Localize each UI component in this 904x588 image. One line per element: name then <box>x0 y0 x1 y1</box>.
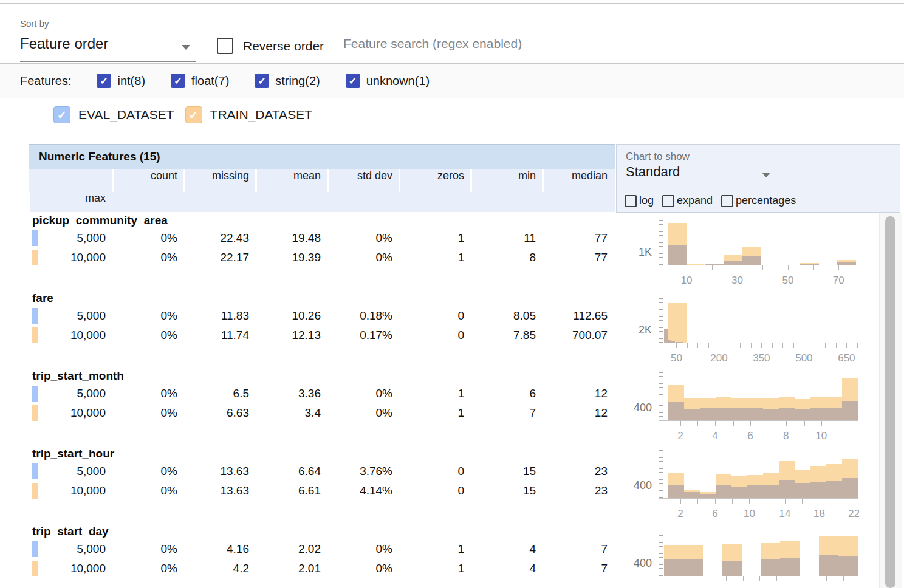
x-axis-tick-label: 2 <box>665 430 696 442</box>
x-axis-tick <box>687 265 687 270</box>
stat-cell-mean: 13.63 <box>183 462 255 481</box>
feature-type-filters: ✓int(8)✓float(7)✓string(2)✓unknown(1) <box>71 74 430 88</box>
eval-histogram-bar <box>671 341 676 343</box>
x-axis-tick <box>697 343 698 348</box>
feature-block-trip_start_hour: trip_start_hour5,0000%13.636.643.76%0152… <box>29 446 615 524</box>
stat-cell-mean: 13.63 <box>183 481 255 501</box>
dataset-legend-item[interactable]: ✓EVAL_DATASET <box>53 106 174 123</box>
stat-cell-min: 0 <box>399 306 470 326</box>
x-axis-tick <box>843 576 844 581</box>
column-header-mean: mean <box>255 169 327 192</box>
x-axis-tick <box>786 421 787 426</box>
train-histogram-bar <box>687 264 704 265</box>
feature-type-filter-item[interactable]: ✓unknown(1) <box>346 74 430 88</box>
stat-cell-max: 112.65 <box>542 306 614 326</box>
stat-cell-count: 5,000 <box>29 462 112 481</box>
chart-option-checkbox[interactable] <box>662 195 674 207</box>
feature-type-filter-item[interactable]: ✓int(8) <box>97 74 145 88</box>
x-axis-tick <box>846 343 847 348</box>
x-axis-tick <box>687 343 688 348</box>
feature-type-filter-item[interactable]: ✓float(7) <box>171 74 229 88</box>
reverse-order-checkbox[interactable] <box>217 38 233 54</box>
dataset-legend: ✓EVAL_DATASET✓TRAIN_DATASET <box>53 98 323 132</box>
feature-type-checkbox[interactable]: ✓ <box>97 74 111 88</box>
x-axis-tick <box>857 343 858 348</box>
stat-cell-min: 1 <box>399 384 470 403</box>
eval-histogram-bar <box>684 492 700 498</box>
chart-type-dropdown[interactable]: Standard <box>626 164 770 185</box>
y-axis-label: 2K <box>615 324 652 337</box>
feature-block-fare: fare5,0000%11.8310.260.18%08.05112.6510,… <box>29 290 615 368</box>
feature-search-input[interactable] <box>343 34 635 56</box>
stat-cell-median: 4 <box>470 539 542 559</box>
sort-order-dropdown[interactable]: Feature order <box>20 35 196 60</box>
dataset-checkbox[interactable]: ✓ <box>53 106 70 123</box>
stat-cell-zeros: 0% <box>327 539 399 559</box>
chart-option-expand[interactable]: expand <box>662 194 713 207</box>
x-axis-tick <box>750 421 751 426</box>
x-axis-tick <box>738 265 738 270</box>
stat-cell-std dev: 19.39 <box>255 248 327 267</box>
feature-type-checkbox[interactable]: ✓ <box>255 74 269 88</box>
eval-histogram-bar <box>838 556 858 576</box>
chart-option-checkbox[interactable] <box>625 195 637 207</box>
eval-histogram-bar <box>700 408 716 420</box>
stat-cell-missing: 0% <box>112 326 183 345</box>
dataset-checkbox[interactable]: ✓ <box>185 106 202 123</box>
feature-type-label: unknown(1) <box>366 74 430 88</box>
chart-controls-panel: Chart to show Standard logexpandpercenta… <box>616 144 900 213</box>
x-axis-tick <box>732 499 733 504</box>
eval-histogram-bar <box>716 485 731 498</box>
x-axis-tick <box>697 499 698 504</box>
histogram-plot <box>659 217 858 265</box>
x-axis-tick <box>810 576 810 581</box>
dataset-label: TRAIN_DATASET <box>210 108 312 122</box>
column-header-label: min <box>518 169 536 182</box>
feature-type-filter-item[interactable]: ✓string(2) <box>255 74 320 88</box>
stat-row-eval: 5,0000%11.8310.260.18%08.05112.65 <box>29 306 615 326</box>
eval-histogram-bar <box>780 558 800 576</box>
stat-cell-zeros: 0% <box>327 228 399 248</box>
x-axis-tick <box>813 265 814 270</box>
chart-option-log[interactable]: log <box>625 194 654 207</box>
x-axis-tick <box>767 499 767 504</box>
x-axis-tick <box>749 499 750 504</box>
eval-histogram-bar <box>664 559 683 576</box>
dataset-legend-item[interactable]: ✓TRAIN_DATASET <box>185 106 312 123</box>
x-axis-tick <box>712 265 713 270</box>
sort-by-label: Sort by <box>20 18 49 29</box>
x-axis-tick <box>762 265 763 270</box>
stat-cell-mean: 6.5 <box>183 384 255 403</box>
y-axis-label: 1K <box>615 246 652 259</box>
column-header-label: median <box>572 169 608 182</box>
sort-bar: Sort by Feature order Reverse order <box>0 4 904 63</box>
stat-cell-count: 10,000 <box>29 559 112 578</box>
histogram-bars <box>664 298 858 343</box>
eval-histogram-bar <box>716 408 731 420</box>
stat-cell-min: 0 <box>399 462 470 481</box>
histogram-bars <box>664 453 858 498</box>
x-axis-tick-label: 350 <box>746 352 776 364</box>
train-histogram-bar <box>668 303 687 343</box>
chart-option-checkbox[interactable] <box>721 195 733 207</box>
stat-value: 10,000 <box>70 484 106 497</box>
vertical-scrollbar-thumb[interactable] <box>885 216 895 588</box>
stat-cell-median: 7 <box>470 403 542 423</box>
x-axis-tick <box>715 421 716 426</box>
x-axis-tick-label: 10 <box>806 430 837 442</box>
sort-order-value: Feature order <box>20 35 108 52</box>
x-axis-tick-label: 10 <box>671 275 702 287</box>
column-header-std-dev: std dev <box>327 169 399 192</box>
feature-type-checkbox[interactable]: ✓ <box>346 74 360 88</box>
x-axis-tick <box>815 343 815 348</box>
x-axis-tick-label: 8 <box>771 430 801 442</box>
stat-cell-zeros: 4.14% <box>327 481 399 501</box>
chart-option-percentages[interactable]: percentages <box>721 194 796 207</box>
stat-cell-missing: 0% <box>112 228 183 248</box>
feature-type-checkbox[interactable]: ✓ <box>171 74 185 88</box>
x-axis-tick <box>772 343 773 348</box>
eval-histogram-bar <box>722 561 742 576</box>
x-axis-tick <box>680 421 681 426</box>
feature-type-label: float(7) <box>191 74 229 88</box>
histogram-bars <box>664 375 858 420</box>
